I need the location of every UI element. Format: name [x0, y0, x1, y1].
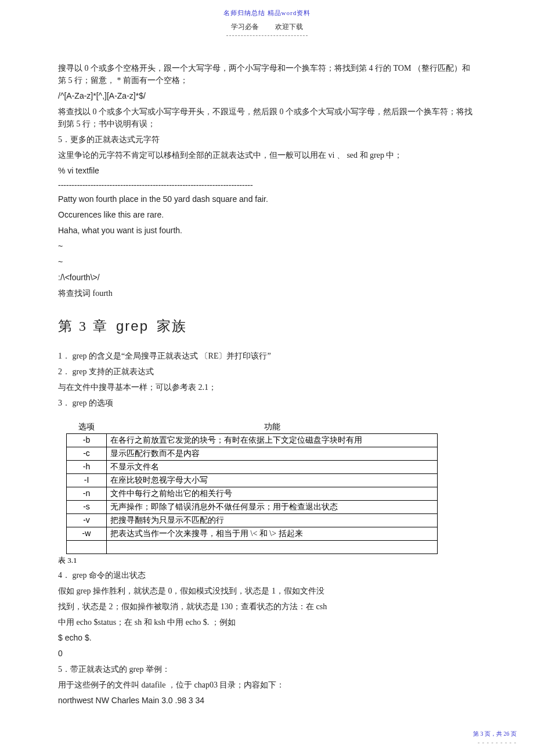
para-more-meta: 5．更多的正就表达式元字符 [58, 133, 476, 146]
top-sub-left: 学习必备 [231, 23, 259, 31]
function-cell: 把表达式当作一个次来搜寻，相当于用 \< 和 \> 括起来 [107, 527, 438, 541]
function-cell: 显示匹配行数而不是内容 [107, 447, 438, 461]
table-row-empty [67, 541, 438, 554]
option-cell: -s [67, 501, 107, 514]
grep-point-3: 3． grep 的选项 [58, 397, 476, 409]
grep-example-heading: 5．带正就表达式的 grep 举例： [58, 663, 476, 675]
function-cell: 把搜寻翻转为只显示不匹配的行 [107, 514, 438, 527]
function-cell: 在座比较时忽视字母大小写 [107, 474, 438, 487]
textfile-line-1: Patty won fourth place in the 50 yard da… [58, 193, 476, 205]
top-subtitle: 学习必备欢迎下载 [58, 22, 476, 32]
table-label: 表 3.1 [58, 555, 476, 566]
page-footer: 第 3 页，共 26 页 - - - - - - - - - [473, 730, 517, 746]
top-dashed-line [226, 35, 308, 36]
function-cell-empty [107, 541, 438, 554]
table-header-function: 功能 [107, 421, 438, 434]
chapter-title: grep [116, 318, 149, 334]
exit-status-line-1: 假如 grep 操作胜利，就状态是 0，假如模式没找到，状态是 1，假如文件没 [58, 585, 476, 597]
tilde-1: ~ [58, 240, 476, 252]
function-cell: 不显示文件名 [107, 461, 438, 474]
para-meta-desc: 这里争论的元字符不肯定可以移植到全部的正就表达式中，但一般可以用在 vi 、 s… [58, 149, 476, 161]
grep-example-desc: 用于这些例子的文件叫 datafile ，位于 chap03 目录；内容如下： [58, 679, 476, 691]
grep-options-table: 选项 功能 -b 在各行之前放置它发觉的块号；有时在依据上下文定位磁盘字块时有用… [66, 421, 438, 554]
top-meta: 名师归纳总结 精品word资料 [58, 9, 476, 17]
separator-line: ----------------------------------------… [58, 180, 476, 190]
table-row: -c 显示匹配行数而不是内容 [67, 447, 438, 461]
grep-point-1: 1． grep 的含义是“全局搜寻正就表达式 〔RE〕并打印该行” [58, 350, 476, 362]
table-header-row: 选项 功能 [67, 421, 438, 434]
function-cell: 文件中每行之前给出它的相关行号 [107, 487, 438, 501]
chapter-zhang: 章 [93, 319, 108, 334]
chapter-prefix: 第 [58, 319, 73, 334]
option-cell: -b [67, 434, 107, 447]
top-sub-right: 欢迎下载 [275, 23, 303, 31]
vi-search-cmd: :/\<fourth\>/ [58, 272, 476, 284]
footer-page-number: 第 3 页，共 26 页 [473, 730, 517, 738]
tilde-2: ~ [58, 256, 476, 268]
exit-status-heading: 4． grep 命令的退出状态 [58, 569, 476, 581]
option-cell: -v [67, 514, 107, 527]
table-row: -h 不显示文件名 [67, 461, 438, 474]
option-cell: -c [67, 447, 107, 461]
echo-command: $ echo $. [58, 632, 476, 644]
footer-dash: - - - - - - - - - [473, 739, 517, 746]
exit-status-line-2: 找到，状态是 2；假如操作被取消，就状态是 130；查看状态的方法：在 csh [58, 601, 476, 613]
chapter-number: 3 [79, 319, 87, 334]
table-row: -v 把搜寻翻转为只显示不匹配的行 [67, 514, 438, 527]
regex-line: /^[A-Za-z]*[^,][A-Za-z]*$/ [58, 90, 476, 102]
chapter-suffix: 家族 [157, 319, 187, 334]
para-search-desc-2: 将查找以 0 个或多个大写或小写字母开头，不跟逗号，然后跟 0 个或多个大写或小… [58, 106, 476, 130]
option-cell-empty [67, 541, 107, 554]
function-cell: 无声操作；即除了错误消息外不做任何显示；用于检查退出状态 [107, 501, 438, 514]
chapter-heading: 第3章grep家族 [58, 317, 476, 335]
table-row: -s 无声操作；即除了错误消息外不做任何显示；用于检查退出状态 [67, 501, 438, 514]
echo-output: 0 [58, 648, 476, 660]
exit-status-line-3: 中用 echo $status；在 sh 和 ksh 中用 echo $. ；例… [58, 616, 476, 628]
table-row: -n 文件中每行之前给出它的相关行号 [67, 487, 438, 501]
vi-search-desc: 将查找词 fourth [58, 287, 476, 299]
option-cell: -h [67, 461, 107, 474]
option-cell: -I [67, 474, 107, 487]
textfile-line-3: Haha, what you want is just fourth. [58, 225, 476, 237]
grep-point-2: 2． grep 支持的正就表达式 [58, 366, 476, 378]
table-header-option: 选项 [67, 421, 107, 434]
table-row: -I 在座比较时忽视字母大小写 [67, 474, 438, 487]
para-search-desc-1: 搜寻以 0 个或多个空格开头，跟一个大写字母，两个小写字母和一个换车符；将找到第… [58, 62, 476, 86]
page: { "header": { "meta": "名师归纳总结 精品word资料",… [0, 0, 534, 756]
option-cell: -w [67, 527, 107, 541]
textfile-line-2: Occurences like this are rare. [58, 209, 476, 221]
function-cell: 在各行之前放置它发觉的块号；有时在依据上下文定位磁盘字块时有用 [107, 434, 438, 447]
datafile-line: northwest NW Charles Main 3.0 .98 3 34 [58, 694, 476, 707]
grep-point-2b: 与在文件中搜寻基本一样；可以参考表 2.1； [58, 381, 476, 393]
table-row: -b 在各行之前放置它发觉的块号；有时在依据上下文定位磁盘字块时有用 [67, 434, 438, 447]
option-cell: -n [67, 487, 107, 501]
vi-command: % vi textfile [58, 165, 476, 177]
table-row: -w 把表达式当作一个次来搜寻，相当于用 \< 和 \> 括起来 [67, 527, 438, 541]
